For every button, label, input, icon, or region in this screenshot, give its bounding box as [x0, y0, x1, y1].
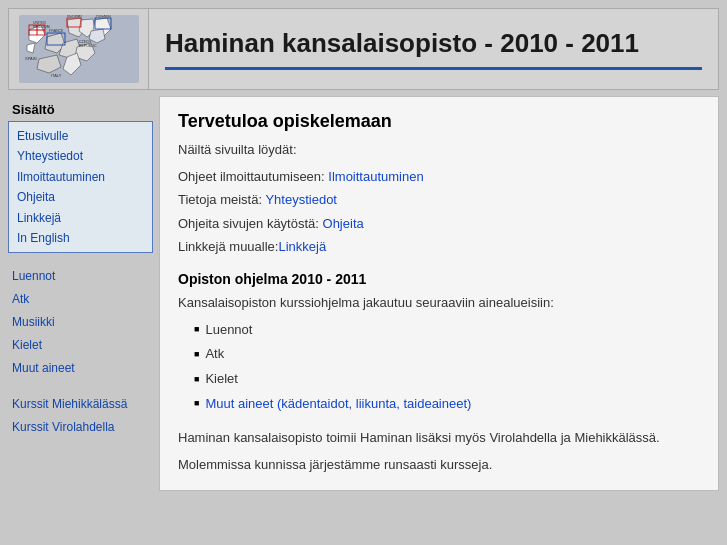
main-content: Sisältö Etusivulle Yhteystiedot Ilmoitta…: [8, 96, 719, 491]
sidebar-location-links: Kurssit Miehikkälässä Kurssit Virolahdel…: [8, 391, 153, 441]
bullet-link-muut-aineet[interactable]: Muut aineet (kädentaidot, liikunta, taid…: [205, 392, 471, 417]
bullet-item-muut-aineet: Muut aineet (kädentaidot, liikunta, taid…: [194, 392, 700, 417]
sidebar-link-ohjeita[interactable]: Ohjeita: [17, 187, 144, 207]
content-link-row-4: Linkkejä muualle:Linkkejä: [178, 235, 700, 258]
bullet-item-kielet: Kielet: [194, 367, 700, 392]
svg-text:SPAIN: SPAIN: [25, 56, 37, 61]
sidebar-link-atk[interactable]: Atk: [12, 288, 149, 311]
sidebar-link-muut-aineet[interactable]: Muut aineet: [12, 357, 149, 380]
svg-text:ITALY: ITALY: [51, 73, 62, 78]
content-link-row-3: Ohjeita sivujen käytöstä: Ohjeita: [178, 212, 700, 235]
content-links-block: Ohjeet ilmoittautumiseen: Ilmoittautumin…: [178, 165, 700, 259]
content-program-intro: Kansalaisopiston kurssiohjelma jakautuu …: [178, 295, 700, 310]
bullet-label-kielet: Kielet: [205, 367, 238, 392]
content-link-row-1: Ohjeet ilmoittautumiseen: Ilmoittautumin…: [178, 165, 700, 188]
header: SPAIN ITALY CZECH REPUBLIC UNITED KINGDO…: [8, 8, 719, 90]
sidebar-link-etusivulle[interactable]: Etusivulle: [17, 126, 144, 146]
page-title: Haminan kansalaisopisto - 2010 - 2011: [165, 28, 702, 59]
sidebar-link-kurssit-virolahti[interactable]: Kurssit Virolahdella: [12, 416, 149, 439]
header-logo: SPAIN ITALY CZECH REPUBLIC UNITED KINGDO…: [9, 9, 149, 89]
sidebar-link-in-english[interactable]: In English: [17, 228, 144, 248]
sidebar-link-musiikki[interactable]: Musiikki: [12, 311, 149, 334]
svg-text:NORWAY: NORWAY: [67, 15, 83, 18]
content-panel: Tervetuloa opiskelemaan Näiltä sivuilta …: [159, 96, 719, 491]
content-intro: Näiltä sivuilta löydät:: [178, 142, 700, 157]
sidebar-link-linkkeja[interactable]: Linkkejä: [17, 208, 144, 228]
content-bullet-list: Luennot Atk Kielet Muut aineet (kädentai…: [194, 318, 700, 417]
sidebar-nav-box: Etusivulle Yhteystiedot Ilmoittautuminen…: [8, 121, 153, 253]
content-link-yhteystiedot[interactable]: Yhteystiedot: [265, 192, 337, 207]
bullet-item-luennot: Luennot: [194, 318, 700, 343]
bullet-label-atk: Atk: [205, 342, 224, 367]
svg-text:FRANCE: FRANCE: [49, 29, 64, 33]
header-title-area: Haminan kansalaisopisto - 2010 - 2011: [149, 9, 718, 89]
sidebar-link-kurssit-miehikkala[interactable]: Kurssit Miehikkälässä: [12, 393, 149, 416]
sidebar-section-title: Sisältö: [8, 96, 153, 121]
outer-wrapper: SPAIN ITALY CZECH REPUBLIC UNITED KINGDO…: [0, 0, 727, 545]
svg-text:FINLAND: FINLAND: [96, 15, 111, 18]
content-link-text-1: Ohjeet ilmoittautumiseen:: [178, 169, 328, 184]
content-link-text-4: Linkkejä muualle:: [178, 239, 278, 254]
sidebar-link-yhteystiedot[interactable]: Yhteystiedot: [17, 146, 144, 166]
sidebar-link-kielet[interactable]: Kielet: [12, 334, 149, 357]
content-link-text-2: Tietoja meistä:: [178, 192, 265, 207]
sidebar-link-luennot[interactable]: Luennot: [12, 265, 149, 288]
content-link-row-2: Tietoja meistä: Yhteystiedot: [178, 188, 700, 211]
content-link-ilmoittautuminen[interactable]: Ilmoittautuminen: [328, 169, 423, 184]
content-footer-line1: Haminan kansalaisopisto toimii Haminan l…: [178, 428, 700, 449]
content-main-title: Tervetuloa opiskelemaan: [178, 111, 700, 132]
sidebar-link-ilmoittautuminen[interactable]: Ilmoittautuminen: [17, 167, 144, 187]
header-underline: [165, 67, 702, 70]
sidebar: Sisältö Etusivulle Yhteystiedot Ilmoitta…: [8, 96, 153, 491]
content-sub-title: Opiston ohjelma 2010 - 2011: [178, 271, 700, 287]
content-link-linkkeja[interactable]: Linkkejä: [278, 239, 326, 254]
svg-text:REPUBLIC: REPUBLIC: [79, 44, 97, 48]
bullet-label-luennot: Luennot: [205, 318, 252, 343]
content-link-ohjeita[interactable]: Ohjeita: [323, 216, 364, 231]
content-link-text-3: Ohjeita sivujen käytöstä:: [178, 216, 323, 231]
svg-text:KINGDOM: KINGDOM: [33, 25, 50, 29]
bullet-item-atk: Atk: [194, 342, 700, 367]
flags-map-icon: SPAIN ITALY CZECH REPUBLIC UNITED KINGDO…: [19, 15, 139, 83]
sidebar-course-links: Luennot Atk Musiikki Kielet Muut aineet: [8, 263, 153, 381]
content-footer-line2: Molemmissa kunnissa järjestämme runsaast…: [178, 455, 700, 476]
